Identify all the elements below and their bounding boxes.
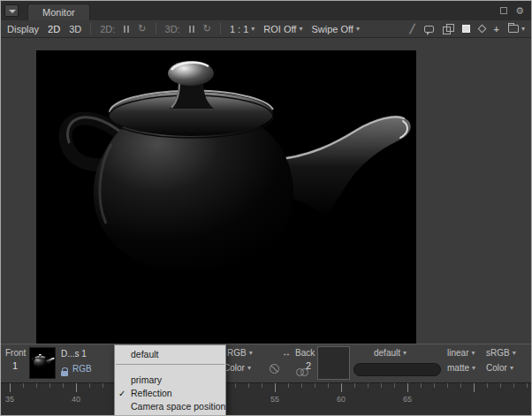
toolbar-right-icons: ╱ + ▾	[410, 24, 525, 34]
zoom-ratio-value: 1 : 1	[230, 24, 248, 34]
mode-3d-button[interactable]: 3D	[69, 24, 81, 34]
monitor-toolbar: Display 2D 3D 2D: ↻ 3D: ↻ 1 : 1 ▾ ROI Of…	[1, 20, 531, 38]
layers-icon[interactable]	[443, 24, 453, 34]
chevron-down-icon: ▾	[403, 350, 407, 357]
aov-context-menu: default primary ✓ Reflection Camera spac…	[114, 344, 226, 416]
tab-monitor[interactable]: Monitor	[27, 4, 90, 20]
chevron-down-icon: ▾	[249, 350, 253, 357]
toolbar-separator	[156, 23, 156, 34]
zoom-ratio-dropdown[interactable]: 1 : 1 ▾	[230, 24, 255, 34]
matte-dropdown[interactable]: matte ▾	[447, 363, 475, 373]
view-color-dropdown[interactable]: Color ▾	[486, 363, 513, 373]
background-toggle-icon[interactable]	[462, 25, 470, 33]
render-image[interactable]	[36, 50, 416, 344]
timeline-ticks	[1, 383, 531, 392]
front-channels[interactable]: RGB	[72, 364, 92, 374]
transfer-dropdown[interactable]: linear ▾	[447, 348, 475, 358]
front-thumbnail[interactable]	[29, 347, 56, 379]
srgb-dropdown[interactable]: sRGB ▾	[486, 348, 516, 358]
pane-menu-button[interactable]	[4, 4, 19, 17]
swipe-value: Swipe Off	[311, 24, 353, 34]
chevron-down-icon: ▾	[510, 365, 513, 372]
back-thumbnail[interactable]	[317, 346, 350, 380]
front-colorspace-dropdown[interactable]: RGB ▾	[227, 348, 253, 358]
chevron-down-icon: ▾	[356, 26, 360, 33]
annotate-icon[interactable]: ╱	[410, 24, 415, 34]
viewport[interactable]	[1, 38, 531, 344]
mode-2d-button[interactable]: 2D	[48, 24, 60, 34]
front-label: Front	[5, 348, 26, 358]
gear-icon[interactable]: ⚙	[515, 5, 524, 17]
catalog-dropdown[interactable]: ▾	[508, 25, 525, 33]
front-view-value: Color	[224, 363, 245, 373]
front-view-dropdown[interactable]: Color ▾	[224, 363, 251, 373]
chevron-down-icon: ▾	[513, 350, 516, 357]
chevron-down-icon: ▾	[521, 26, 525, 33]
group-3d-label: 3D:	[165, 24, 180, 34]
front-index: 1	[12, 360, 18, 371]
image-control-bar: Front 1 D...s 1 RGB RGB ▾ Color ▾ ↔ Back…	[1, 344, 531, 382]
menu-item-reflection[interactable]: ✓ Reflection	[115, 387, 225, 400]
menu-item-default[interactable]: default	[115, 348, 225, 361]
swap-arrows-icon[interactable]: ↔	[282, 348, 291, 358]
refresh-3d-icon[interactable]: ↻	[203, 23, 211, 34]
menu-item-camera-space-position[interactable]: Camera space position	[115, 400, 225, 413]
front-thumbnail-image	[30, 348, 55, 378]
tab-bar: Monitor ⚙	[1, 1, 531, 20]
toolbar-separator	[220, 23, 221, 34]
front-colorspace-value: RGB	[227, 348, 247, 358]
timeline-tick-label: 60	[337, 395, 346, 404]
front-layer-name[interactable]: D...s 1	[61, 349, 87, 359]
view-color-value: Color	[486, 363, 507, 373]
chevron-down-icon: ▾	[471, 350, 475, 357]
transfer-value: linear	[447, 348, 468, 358]
timeline[interactable]: 35 40 45 50 55 60 65	[1, 382, 531, 416]
pixel-probe-icon[interactable]: +	[494, 24, 499, 34]
menu-separator	[116, 364, 224, 365]
chevron-down-icon: ▾	[472, 365, 475, 372]
srgb-value: sRGB	[486, 348, 510, 358]
back-index: 2	[306, 360, 311, 371]
back-source-dropdown[interactable]: default ▾	[374, 348, 407, 358]
teapot-render	[36, 50, 416, 344]
timeline-tick-label: 40	[72, 395, 80, 404]
menu-item-primary[interactable]: primary	[115, 374, 225, 387]
tab-monitor-label: Monitor	[42, 7, 75, 18]
roi-dropdown[interactable]: ROI Off ▾	[263, 24, 302, 34]
swipe-dropdown[interactable]: Swipe Off ▾	[311, 24, 360, 34]
pause-3d-icon[interactable]	[189, 26, 194, 33]
disable-icon[interactable]	[270, 364, 279, 374]
timeline-tick-label: 55	[270, 395, 279, 404]
overlay-icon[interactable]	[477, 25, 486, 34]
chevron-down-icon: ▾	[299, 26, 302, 33]
chevron-down-icon: ▾	[247, 365, 251, 372]
tab-bar-icons: ⚙	[500, 5, 524, 17]
display-menu[interactable]: Display	[7, 24, 39, 34]
float-pane-icon[interactable]	[500, 7, 507, 14]
pause-2d-icon[interactable]	[124, 26, 129, 33]
matte-value: matte	[447, 363, 469, 373]
group-2d-label: 2D:	[100, 24, 115, 34]
back-label: Back	[295, 348, 315, 358]
lock-icon[interactable]	[61, 371, 68, 376]
menu-item-label: primary	[131, 374, 162, 385]
matte-value-field[interactable]	[353, 363, 441, 376]
toolbar-separator	[90, 23, 91, 34]
check-icon: ✓	[118, 387, 129, 400]
timeline-tick-label: 35	[5, 395, 14, 404]
refresh-2d-icon[interactable]: ↻	[138, 23, 146, 34]
menu-item-label: Reflection	[131, 388, 172, 398]
menu-item-label: Camera space position	[131, 401, 225, 412]
back-source-value: default	[374, 348, 400, 358]
roi-value: ROI Off	[263, 24, 296, 34]
catalog-icon	[508, 25, 519, 33]
monitor-panel: Monitor ⚙ Display 2D 3D 2D: ↻ 3D: ↻ 1 : …	[0, 0, 532, 416]
menu-item-label: default	[131, 349, 159, 359]
timeline-tick-label: 65	[403, 395, 412, 404]
comment-icon[interactable]	[424, 26, 434, 33]
chevron-down-icon: ▾	[251, 26, 255, 33]
